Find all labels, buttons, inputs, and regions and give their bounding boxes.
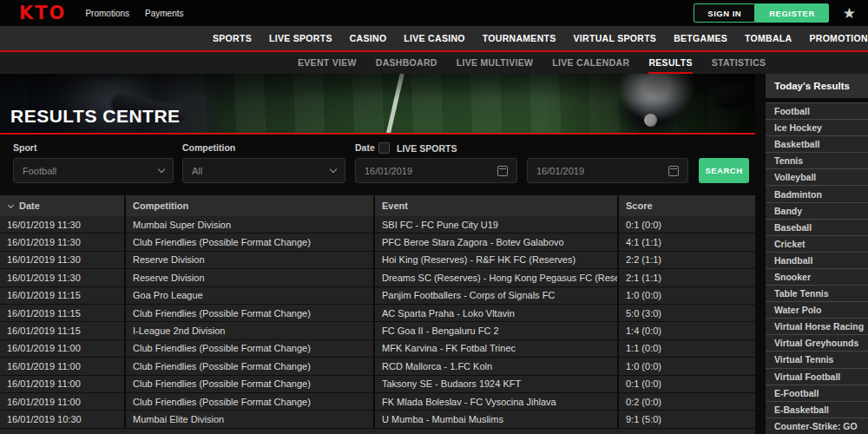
cell-date: 16/01/2019 11:30 [0, 233, 124, 250]
competition-label: Competition [182, 142, 235, 153]
top-links: Promotions Payments [85, 9, 183, 18]
sidebar-item-e-basketball[interactable]: E-Basketball [766, 401, 868, 418]
tab-statistics[interactable]: STATISTICS [712, 52, 766, 74]
cell-event: Hoi King (Reserves) - R&F HK FC (Reserve… [373, 252, 617, 268]
sidebar-item-basketball[interactable]: Basketball [766, 135, 868, 152]
cell-event: FC Goa II - Bengaluru FC 2 [373, 322, 617, 339]
tab-results[interactable]: RESULTS [648, 52, 692, 74]
cell-date: 16/01/2019 11:30 [0, 216, 124, 233]
cell-score: 5:0 (3:0) [617, 305, 755, 321]
table-row[interactable]: 16/01/2019 11:30 Club Friendlies (Possib… [0, 233, 755, 251]
nav-item-betgames[interactable]: BETGAMES [674, 33, 727, 43]
sport-select[interactable]: Football [13, 158, 174, 183]
cell-score: 9:1 (5:0) [617, 411, 755, 427]
cell-date: 16/01/2019 11:00 [0, 340, 124, 357]
live-sports-checkbox[interactable] [378, 142, 390, 154]
sidebar-item-virtual-tennis[interactable]: Virtual Tennis [766, 351, 868, 367]
top-link-promotions[interactable]: Promotions [85, 9, 129, 18]
cell-date: 16/01/2019 11:30 [0, 269, 124, 286]
column-header-date[interactable]: Date [0, 195, 124, 216]
date-to-input[interactable]: 16/01/2019 [527, 158, 688, 183]
tab-live-calendar[interactable]: LIVE CALENDAR [552, 52, 629, 74]
competition-select[interactable]: All [182, 158, 345, 183]
cell-event: MFK Karvina - FK Fotbal Trinec [373, 340, 617, 357]
cell-event: Dreams SC (Reserves) - Hong Kong Pegasus… [373, 269, 617, 286]
sign-in-button[interactable]: SIGN IN [694, 3, 755, 23]
cell-date: 16/01/2019 11:00 [0, 376, 124, 392]
sidebar-item-water-polo[interactable]: Water Polo [766, 301, 868, 318]
tab-live-multiview[interactable]: LIVE MULTIVIEW [457, 52, 534, 74]
nav-item-live-sports[interactable]: LIVE SPORTS [269, 33, 332, 43]
sport-select-value: Football [23, 166, 159, 176]
cell-competition: Club Friendlies (Possible Format Change) [124, 340, 373, 357]
table-row[interactable]: 16/01/2019 10:30 Mumbai Elite Division U… [0, 411, 755, 428]
column-header-score[interactable]: Score [617, 195, 755, 216]
date-from-input[interactable]: 16/01/2019 [355, 158, 517, 183]
table-row[interactable]: 16/01/2019 11:15 Club Friendlies (Possib… [0, 305, 755, 322]
sidebar-item-bandy[interactable]: Bandy [766, 202, 868, 219]
nav-item-casino[interactable]: CASINO [350, 33, 387, 43]
sidebar-item-ice-hockey[interactable]: Ice Hockey [766, 119, 868, 135]
cell-score: 1:1 (0:0) [617, 340, 755, 357]
cell-competition: Club Friendlies (Possible Format Change) [124, 393, 373, 410]
sidebar-item-badminton[interactable]: Badminton [766, 185, 868, 201]
table-row[interactable]: 16/01/2019 11:00 Club Friendlies (Possib… [0, 376, 755, 393]
main-content: RESULTS CENTRE Sport Football Competitio… [0, 74, 755, 434]
kto-logo[interactable]: KTO [19, 3, 66, 23]
register-button[interactable]: REGISTER [755, 3, 829, 23]
results-table: Date Competition Event Score 16/01/2019 … [0, 195, 755, 434]
top-link-payments[interactable]: Payments [145, 9, 183, 18]
cell-score: 0:1 (0:0) [617, 216, 755, 233]
table-row[interactable]: 16/01/2019 11:00 Club Friendlies (Possib… [0, 340, 755, 358]
cell-competition: Reserve Division [124, 269, 373, 286]
column-header-competition[interactable]: Competition [124, 195, 373, 216]
nav-item-tombala[interactable]: TOMBALA [745, 33, 792, 43]
tab-dashboard[interactable]: DASHBOARD [376, 52, 437, 74]
sidebar-item-virtual-horse-racing[interactable]: Virtual Horse Racing [766, 318, 868, 334]
table-row[interactable]: 16/01/2019 11:30 Mumbai Super Division S… [0, 216, 755, 233]
cell-competition: Mumbai Super Division [124, 216, 373, 233]
table-row[interactable]: 16/01/2019 11:30 Reserve Division Hoi Ki… [0, 252, 755, 269]
nav-item-live-casino[interactable]: LIVE CASINO [404, 33, 464, 43]
page-title: RESULTS CENTRE [10, 106, 181, 127]
cell-score: 4:1 (1:1) [617, 233, 755, 250]
cell-competition: Club Friendlies (Possible Format Change) [124, 233, 373, 250]
tab-event-view[interactable]: EVENT VIEW [298, 52, 357, 74]
nav-item-promotions[interactable]: PROMOTIONS [809, 33, 868, 43]
search-button[interactable]: SEARCH [699, 158, 749, 183]
sidebar-item-counter-strike[interactable]: Counter-Strike: GO [766, 418, 868, 434]
table-row[interactable]: 16/01/2019 11:00 Club Friendlies (Possib… [0, 393, 755, 411]
cell-event: FK Mlada Boleslav - FC Vysocina Jihlava [373, 393, 617, 410]
table-row[interactable]: 16/01/2019 11:00 Club Friendlies (Possib… [0, 358, 755, 375]
nav-item-tournaments[interactable]: TOURNAMENTS [483, 33, 556, 43]
sidebar-item-virtual-football[interactable]: Virtual Football [766, 368, 868, 385]
sidebar-item-table-tennis[interactable]: Table Tennis [766, 285, 868, 301]
sidebar-item-snooker[interactable]: Snooker [766, 268, 868, 285]
cell-event: SBI FC - FC Pune City U19 [373, 216, 617, 233]
table-row[interactable]: 16/01/2019 11:15 Goa Pro League Panjim F… [0, 287, 755, 305]
top-bar: KTO Promotions Payments SIGN IN REGISTER… [0, 0, 868, 26]
table-row[interactable]: 16/01/2019 11:30 Reserve Division Dreams… [0, 269, 755, 286]
sidebar-item-handball[interactable]: Handball [766, 252, 868, 268]
sidebar-item-volleyball[interactable]: Volleyball [766, 168, 868, 185]
nav-item-virtual-sports[interactable]: VIRTUAL SPORTS [574, 33, 657, 43]
top-right: SIGN IN REGISTER ★ [694, 3, 856, 23]
sidebar-item-virtual-greyhounds[interactable]: Virtual Greyhounds [766, 334, 868, 351]
cell-competition: Mumbai Elite Division [124, 411, 373, 427]
sidebar-item-e-football[interactable]: E-Football [766, 385, 868, 401]
sidebar-item-cricket[interactable]: Cricket [766, 235, 868, 252]
sort-chevron-icon [8, 201, 14, 207]
table-row[interactable]: 16/01/2019 11:15 I-League 2nd Division F… [0, 322, 755, 339]
sidebar-item-tennis[interactable]: Tennis [766, 152, 868, 168]
column-header-event[interactable]: Event [373, 195, 617, 216]
cell-score: 2:2 (1:1) [617, 252, 755, 268]
live-sports-label[interactable]: LIVE SPORTS [397, 143, 457, 154]
sidebar-item-football[interactable]: Football [766, 102, 868, 119]
nav-item-sports[interactable]: SPORTS [213, 33, 252, 43]
sidebar-item-baseball[interactable]: Baseball [766, 219, 868, 235]
page: KTO Promotions Payments SIGN IN REGISTER… [0, 0, 868, 434]
sub-nav: EVENT VIEW DASHBOARD LIVE MULTIVIEW LIVE… [0, 52, 868, 74]
favorites-star-icon[interactable]: ★ [843, 4, 856, 23]
chevron-down-icon [158, 166, 165, 173]
cell-competition: I-League 2nd Division [124, 322, 373, 339]
